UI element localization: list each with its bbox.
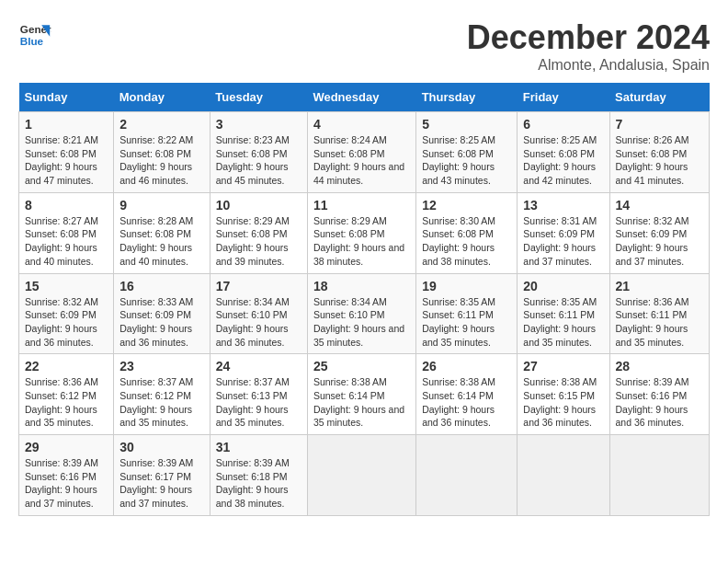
day-number: 15 xyxy=(25,279,108,293)
week-row-4: 22 Sunrise: 8:36 AMSunset: 6:12 PMDaylig… xyxy=(19,354,710,435)
day-number: 24 xyxy=(216,359,301,373)
day-info: Sunrise: 8:36 AMSunset: 6:12 PMDaylight:… xyxy=(25,376,98,428)
calendar-cell: 25 Sunrise: 8:38 AMSunset: 6:14 PMDaylig… xyxy=(307,354,415,435)
day-info: Sunrise: 8:28 AMSunset: 6:08 PMDaylight:… xyxy=(119,215,193,267)
calendar-cell: 17 Sunrise: 8:34 AMSunset: 6:10 PMDaylig… xyxy=(210,273,307,354)
page-title: December 2024 xyxy=(467,18,710,57)
day-info: Sunrise: 8:35 AMSunset: 6:11 PMDaylight:… xyxy=(523,296,597,348)
day-number: 27 xyxy=(523,359,603,373)
day-info: Sunrise: 8:25 AMSunset: 6:08 PMDaylight:… xyxy=(523,134,597,186)
calendar-cell: 20 Sunrise: 8:35 AMSunset: 6:11 PMDaylig… xyxy=(518,273,609,354)
calendar-cell xyxy=(416,435,518,516)
header-saturday: Saturday xyxy=(609,83,710,112)
day-info: Sunrise: 8:27 AMSunset: 6:08 PMDaylight:… xyxy=(25,215,98,267)
day-number: 30 xyxy=(119,440,204,454)
day-info: Sunrise: 8:38 AMSunset: 6:14 PMDaylight:… xyxy=(422,376,495,428)
page-subtitle: Almonte, Andalusia, Spain xyxy=(467,57,710,74)
day-info: Sunrise: 8:21 AMSunset: 6:08 PMDaylight:… xyxy=(25,134,98,186)
day-number: 25 xyxy=(313,359,410,373)
week-row-3: 15 Sunrise: 8:32 AMSunset: 6:09 PMDaylig… xyxy=(19,273,710,354)
calendar-cell: 24 Sunrise: 8:37 AMSunset: 6:13 PMDaylig… xyxy=(210,354,307,435)
day-number: 29 xyxy=(25,440,108,454)
svg-text:Blue: Blue xyxy=(20,35,44,47)
calendar-header-row: SundayMondayTuesdayWednesdayThursdayFrid… xyxy=(19,83,710,112)
day-info: Sunrise: 8:24 AMSunset: 6:08 PMDaylight:… xyxy=(313,134,404,186)
calendar-cell: 15 Sunrise: 8:32 AMSunset: 6:09 PMDaylig… xyxy=(19,273,114,354)
day-number: 13 xyxy=(523,198,603,213)
day-info: Sunrise: 8:36 AMSunset: 6:11 PMDaylight:… xyxy=(616,296,689,348)
calendar-cell: 7 Sunrise: 8:26 AMSunset: 6:08 PMDayligh… xyxy=(609,112,710,193)
header-tuesday: Tuesday xyxy=(210,83,307,112)
day-info: Sunrise: 8:26 AMSunset: 6:08 PMDaylight:… xyxy=(616,134,689,186)
day-info: Sunrise: 8:30 AMSunset: 6:08 PMDaylight:… xyxy=(422,215,495,267)
day-number: 7 xyxy=(616,117,704,132)
day-number: 21 xyxy=(616,279,704,293)
calendar-cell: 30 Sunrise: 8:39 AMSunset: 6:17 PMDaylig… xyxy=(114,435,210,516)
calendar-cell: 10 Sunrise: 8:29 AMSunset: 6:08 PMDaylig… xyxy=(210,192,307,273)
day-info: Sunrise: 8:38 AMSunset: 6:14 PMDaylight:… xyxy=(313,376,404,428)
day-info: Sunrise: 8:39 AMSunset: 6:16 PMDaylight:… xyxy=(616,376,689,428)
calendar-cell: 23 Sunrise: 8:37 AMSunset: 6:12 PMDaylig… xyxy=(114,354,210,435)
calendar-table: SundayMondayTuesdayWednesdayThursdayFrid… xyxy=(18,83,710,516)
day-number: 12 xyxy=(422,198,511,213)
day-number: 22 xyxy=(25,359,108,373)
calendar-cell: 27 Sunrise: 8:38 AMSunset: 6:15 PMDaylig… xyxy=(518,354,609,435)
header-wednesday: Wednesday xyxy=(307,83,415,112)
day-number: 11 xyxy=(313,198,410,213)
day-number: 2 xyxy=(119,117,204,132)
calendar-cell: 26 Sunrise: 8:38 AMSunset: 6:14 PMDaylig… xyxy=(416,354,518,435)
day-info: Sunrise: 8:38 AMSunset: 6:15 PMDaylight:… xyxy=(523,376,597,428)
calendar-cell: 19 Sunrise: 8:35 AMSunset: 6:11 PMDaylig… xyxy=(416,273,518,354)
calendar-cell: 4 Sunrise: 8:24 AMSunset: 6:08 PMDayligh… xyxy=(307,112,415,193)
day-info: Sunrise: 8:23 AMSunset: 6:08 PMDaylight:… xyxy=(216,134,290,186)
day-info: Sunrise: 8:34 AMSunset: 6:10 PMDaylight:… xyxy=(313,296,404,348)
header: General Blue December 2024 Almonte, Anda… xyxy=(18,18,710,74)
week-row-5: 29 Sunrise: 8:39 AMSunset: 6:16 PMDaylig… xyxy=(19,435,710,516)
day-number: 31 xyxy=(216,440,301,454)
day-number: 9 xyxy=(119,198,204,213)
day-info: Sunrise: 8:39 AMSunset: 6:17 PMDaylight:… xyxy=(119,457,193,509)
logo-icon: General Blue xyxy=(18,18,51,52)
day-number: 20 xyxy=(523,279,603,293)
calendar-cell: 22 Sunrise: 8:36 AMSunset: 6:12 PMDaylig… xyxy=(19,354,114,435)
day-number: 3 xyxy=(216,117,301,132)
day-number: 14 xyxy=(616,198,704,213)
day-info: Sunrise: 8:37 AMSunset: 6:13 PMDaylight:… xyxy=(216,376,290,428)
day-number: 8 xyxy=(25,198,108,213)
calendar-body: 1 Sunrise: 8:21 AMSunset: 6:08 PMDayligh… xyxy=(19,112,710,516)
day-number: 10 xyxy=(216,198,301,213)
week-row-1: 1 Sunrise: 8:21 AMSunset: 6:08 PMDayligh… xyxy=(19,112,710,193)
day-info: Sunrise: 8:22 AMSunset: 6:08 PMDaylight:… xyxy=(119,134,193,186)
day-info: Sunrise: 8:25 AMSunset: 6:08 PMDaylight:… xyxy=(422,134,495,186)
calendar-cell xyxy=(609,435,710,516)
day-info: Sunrise: 8:29 AMSunset: 6:08 PMDaylight:… xyxy=(313,215,404,267)
header-sunday: Sunday xyxy=(19,83,114,112)
calendar-cell: 2 Sunrise: 8:22 AMSunset: 6:08 PMDayligh… xyxy=(114,112,210,193)
day-info: Sunrise: 8:29 AMSunset: 6:08 PMDaylight:… xyxy=(216,215,290,267)
calendar-cell: 8 Sunrise: 8:27 AMSunset: 6:08 PMDayligh… xyxy=(19,192,114,273)
day-info: Sunrise: 8:37 AMSunset: 6:12 PMDaylight:… xyxy=(119,376,193,428)
day-number: 19 xyxy=(422,279,511,293)
day-info: Sunrise: 8:33 AMSunset: 6:09 PMDaylight:… xyxy=(119,296,193,348)
logo: General Blue xyxy=(18,18,51,52)
day-info: Sunrise: 8:39 AMSunset: 6:16 PMDaylight:… xyxy=(25,457,98,509)
calendar-cell: 29 Sunrise: 8:39 AMSunset: 6:16 PMDaylig… xyxy=(19,435,114,516)
day-info: Sunrise: 8:39 AMSunset: 6:18 PMDaylight:… xyxy=(216,457,290,509)
calendar-cell: 28 Sunrise: 8:39 AMSunset: 6:16 PMDaylig… xyxy=(609,354,710,435)
calendar-cell: 18 Sunrise: 8:34 AMSunset: 6:10 PMDaylig… xyxy=(307,273,415,354)
calendar-cell: 14 Sunrise: 8:32 AMSunset: 6:09 PMDaylig… xyxy=(609,192,710,273)
week-row-2: 8 Sunrise: 8:27 AMSunset: 6:08 PMDayligh… xyxy=(19,192,710,273)
calendar-cell: 1 Sunrise: 8:21 AMSunset: 6:08 PMDayligh… xyxy=(19,112,114,193)
title-area: December 2024 Almonte, Andalusia, Spain xyxy=(467,18,710,74)
calendar-cell: 11 Sunrise: 8:29 AMSunset: 6:08 PMDaylig… xyxy=(307,192,415,273)
day-info: Sunrise: 8:32 AMSunset: 6:09 PMDaylight:… xyxy=(616,215,689,267)
calendar-cell xyxy=(518,435,609,516)
calendar-cell: 3 Sunrise: 8:23 AMSunset: 6:08 PMDayligh… xyxy=(210,112,307,193)
day-number: 17 xyxy=(216,279,301,293)
calendar-cell: 5 Sunrise: 8:25 AMSunset: 6:08 PMDayligh… xyxy=(416,112,518,193)
header-monday: Monday xyxy=(114,83,210,112)
header-thursday: Thursday xyxy=(416,83,518,112)
day-number: 28 xyxy=(616,359,704,373)
day-number: 1 xyxy=(25,117,108,132)
calendar-cell: 9 Sunrise: 8:28 AMSunset: 6:08 PMDayligh… xyxy=(114,192,210,273)
